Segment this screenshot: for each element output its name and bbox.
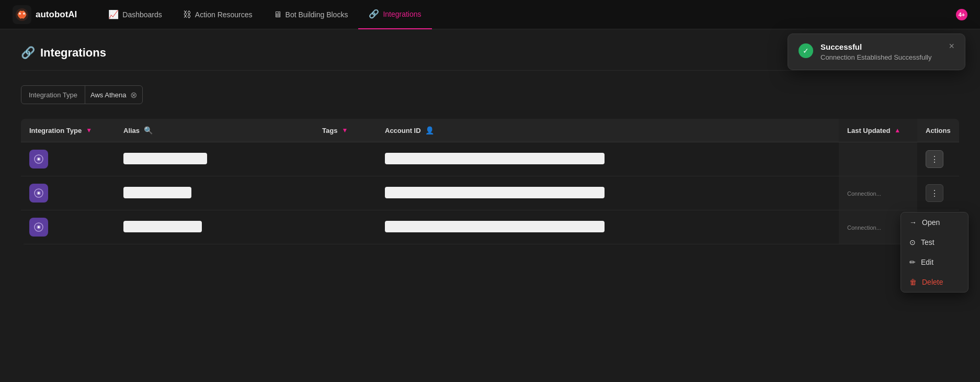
row3-integration-type — [21, 210, 115, 244]
row2-tags — [314, 176, 377, 210]
filter-tag-integration-type: Integration Type Aws Athena ⊗ — [21, 85, 143, 104]
toast-title: Successful — [821, 42, 941, 51]
row3-tags — [314, 210, 377, 244]
table-row: Connection... ⋮ — [21, 210, 959, 244]
row2-actions-button[interactable]: ⋮ — [926, 184, 943, 202]
row1-alias — [115, 142, 314, 176]
alias-search-icon[interactable]: 🔍 — [144, 126, 153, 134]
table-container: Integration Type ▼ Alias 🔍 Tags ▼ — [21, 119, 959, 244]
nav-dashboards[interactable]: 📈 Dashboards — [98, 0, 173, 29]
dropdown-edit[interactable]: ✏ Edit — [901, 252, 968, 272]
tags-filter-icon[interactable]: ▼ — [341, 127, 348, 134]
row2-alias — [115, 176, 314, 210]
svg-point-3 — [23, 13, 25, 15]
row1-tags — [314, 142, 377, 176]
nav-links: 📈 Dashboards ⛓ Action Resources 🖥 Bot Bu… — [98, 0, 956, 29]
toast-message: Connection Established Successfully — [821, 53, 941, 61]
th-alias: Alias 🔍 — [115, 119, 314, 142]
nav-right: 4+ — [956, 9, 967, 20]
edit-icon: ✏ — [909, 258, 916, 266]
brand-name: autobotAI — [36, 9, 77, 20]
row2-last-updated: Connection... — [839, 176, 917, 210]
account-user-icon: 👤 — [425, 126, 434, 134]
test-icon: ⊙ — [909, 238, 916, 246]
page-title-icon: 🔗 — [21, 46, 35, 60]
toast-close-button[interactable]: × — [949, 41, 954, 51]
svg-point-9 — [38, 192, 40, 194]
th-integration-type: Integration Type ▼ — [21, 119, 115, 142]
row2-actions: ⋮ — [917, 176, 959, 210]
row1-last-updated — [839, 142, 917, 176]
th-account-id: Account ID 👤 — [377, 119, 839, 142]
navbar: autobotAI 📈 Dashboards ⛓ Action Resource… — [0, 0, 980, 29]
action-resources-icon: ⛓ — [183, 10, 191, 19]
integrations-table: Integration Type ▼ Alias 🔍 Tags ▼ — [21, 119, 959, 244]
th-actions: Actions — [917, 119, 959, 142]
row1-integration-icon — [29, 150, 48, 168]
filter-value: Aws Athena ⊗ — [85, 90, 142, 100]
row1-integration-type — [21, 142, 115, 176]
toast-notification: ✓ Successful Connection Established Succ… — [788, 33, 965, 70]
th-last-updated: Last Updated ▲ — [839, 119, 917, 142]
row3-integration-icon — [29, 218, 48, 237]
table-header: Integration Type ▼ Alias 🔍 Tags ▼ — [21, 119, 959, 142]
page-title: Integrations — [40, 46, 106, 60]
brand-logo[interactable]: autobotAI — [13, 5, 77, 24]
row1-actions: ⋮ — [917, 142, 959, 176]
main-content: 🔗 Integrations Integration Type Aws Athe… — [0, 29, 980, 382]
toast-success-icon: ✓ — [799, 43, 813, 58]
table-row: Connection... ⋮ — [21, 176, 959, 210]
nav-integrations[interactable]: 🔗 Integrations — [358, 0, 431, 29]
bot-icon: 🖥 — [274, 10, 282, 19]
open-icon: → — [909, 218, 917, 227]
filter-bar: Integration Type Aws Athena ⊗ — [21, 85, 959, 104]
table-body: ⋮ — [21, 142, 959, 244]
nav-bot-building-blocks[interactable]: 🖥 Bot Building Blocks — [263, 0, 359, 29]
sort-icon[interactable]: ▲ — [894, 127, 901, 134]
actions-dropdown: → Open ⊙ Test ✏ Edit 🗑 Delete — [901, 212, 968, 293]
svg-point-12 — [38, 226, 40, 228]
notification-badge[interactable]: 4+ — [956, 9, 967, 20]
row3-account-id — [377, 210, 839, 244]
nav-action-resources[interactable]: ⛓ Action Resources — [173, 0, 263, 29]
th-tags: Tags ▼ — [314, 119, 377, 142]
dropdown-open[interactable]: → Open — [901, 212, 968, 232]
row1-actions-button[interactable]: ⋮ — [926, 150, 943, 168]
row2-integration-icon — [29, 184, 48, 203]
row3-alias — [115, 210, 314, 244]
dashboards-icon: 📈 — [108, 9, 119, 19]
toast-body: Successful Connection Established Succes… — [821, 42, 941, 61]
delete-icon: 🗑 — [909, 278, 917, 286]
dropdown-delete[interactable]: 🗑 Delete — [901, 272, 968, 292]
svg-point-2 — [19, 13, 21, 15]
filter-remove-button[interactable]: ⊗ — [130, 90, 137, 100]
dropdown-test[interactable]: ⊙ Test — [901, 232, 968, 252]
row1-account-id — [377, 142, 839, 176]
row2-integration-type — [21, 176, 115, 210]
filter-icon[interactable]: ▼ — [86, 127, 92, 134]
filter-label: Integration Type — [21, 86, 85, 104]
row2-account-id — [377, 176, 839, 210]
integrations-icon: 🔗 — [369, 9, 379, 19]
svg-point-6 — [38, 158, 40, 160]
table-row: ⋮ — [21, 142, 959, 176]
